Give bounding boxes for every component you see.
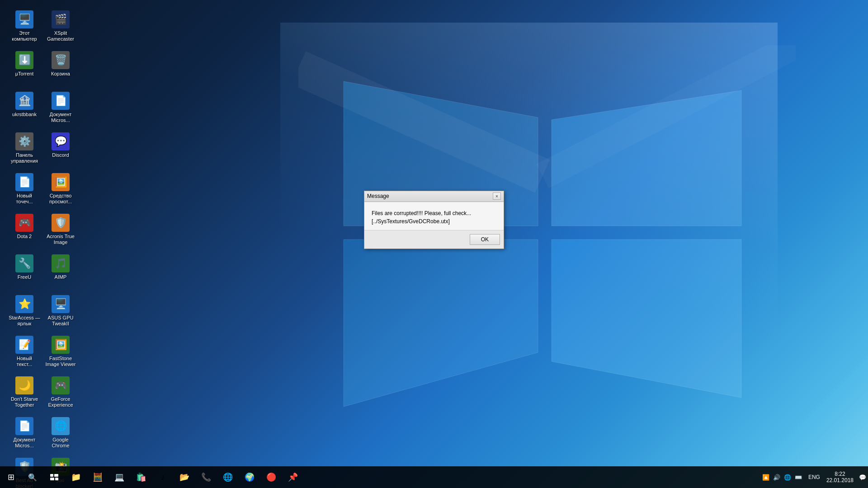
desktop-icon-dota2[interactable]: 🎮Dota 2 xyxy=(7,210,42,251)
taskbar-app-skype[interactable]: 📞 xyxy=(195,466,217,488)
icon-label-xsplit: XSplit Gamecaster xyxy=(45,30,76,42)
icon-img-geforce: 🎮 xyxy=(52,376,70,394)
taskbar-app-calc[interactable]: 🧮 xyxy=(87,466,108,488)
svg-line-5 xyxy=(542,45,796,176)
icon-img-discord: 💬 xyxy=(52,132,70,150)
icon-img-freeu: 🔧 xyxy=(15,254,33,272)
clock-time: 8:22 xyxy=(835,471,845,477)
taskbar-app-code[interactable]: 💻 xyxy=(108,466,130,488)
taskbar-app-edge[interactable]: 🌐 xyxy=(217,466,239,488)
icon-img-dokument-ms: 📄 xyxy=(52,92,70,110)
icon-img-sredstvo-prosmot: 🖼️ xyxy=(52,173,70,191)
dialog-ok-button[interactable]: OK xyxy=(470,234,500,245)
icon-label-google-chrome: Google Chrome xyxy=(45,437,76,449)
icon-label-korzina: Корзина xyxy=(45,71,76,77)
desktop-icon-freeu[interactable]: 🔧FreeU xyxy=(7,251,42,291)
icon-label-utorrent: μTorrent xyxy=(9,71,40,77)
tray-keyboard[interactable]: ⌨️ xyxy=(793,466,804,488)
icon-img-etot-komputer: 🖥️ xyxy=(15,10,33,28)
taskbar-pinned-apps: 📁 🧮 💻 🛍️ ♪ 📂 📞 🌐 🌍 🔴 📌 xyxy=(65,466,759,488)
icon-label-ukrstbbank: ukrstbbank xyxy=(9,112,40,117)
desktop-icon-acronis[interactable]: 🛡️Acronis True Image xyxy=(43,210,78,251)
dialog-title: Message xyxy=(367,193,389,199)
dialog-close-button[interactable]: × xyxy=(493,192,501,200)
desktop-icon-korzina[interactable]: 🗑️Корзина xyxy=(43,47,78,88)
icon-img-noviy-tekst: 📝 xyxy=(15,336,33,354)
desktop-icon-sredstvo-prosmot[interactable]: 🖼️Средство просмот... xyxy=(43,169,78,210)
desktop-icon-dont-starve[interactable]: 🌙Don't Starve Together xyxy=(7,373,42,413)
task-view-button[interactable] xyxy=(43,466,65,488)
notifications-button[interactable]: 💬 xyxy=(857,466,868,488)
icon-label-discord: Discord xyxy=(45,152,76,158)
svg-marker-2 xyxy=(344,239,538,407)
dialog-message: Files are corrupted!!!! Please, full che… xyxy=(372,209,496,225)
taskbar-app-explorer[interactable]: 📁 xyxy=(65,466,87,488)
icon-label-etot-komputer: Этот компьютер xyxy=(9,30,40,42)
desktop-icon-google-chrome[interactable]: 🌐Google Chrome xyxy=(43,413,78,454)
desktop-icon-dokument-ms2[interactable]: 📄Документ Micros... xyxy=(7,413,42,454)
message-dialog: Message × Files are corrupted!!!! Please… xyxy=(364,191,504,249)
taskbar-app-pinned[interactable]: 📌 xyxy=(282,466,304,488)
dialog-body: Files are corrupted!!!! Please, full che… xyxy=(364,202,504,230)
desktop-icon-staraccess[interactable]: ⭐StarAccess — ярлык xyxy=(7,291,42,332)
icon-label-panel-upravleniya: Панель управления xyxy=(9,152,40,164)
desktop-icon-asus-gpu[interactable]: 🖥️ASUS GPU TweakII xyxy=(43,291,78,332)
icon-img-dokument-ms2: 📄 xyxy=(15,417,33,435)
icon-label-dokument-ms2: Документ Micros... xyxy=(9,437,40,449)
svg-rect-8 xyxy=(50,478,54,480)
taskbar-app-chrome[interactable]: 🌍 xyxy=(239,466,260,488)
dialog-footer: OK xyxy=(364,230,504,249)
desktop-icon-utorrent[interactable]: ⬇️μTorrent xyxy=(7,47,42,88)
icon-label-faststone: FastStone Image Viewer xyxy=(45,356,76,367)
icon-img-aimp: 🎵 xyxy=(52,254,70,272)
tray-volume[interactable]: 🔊 xyxy=(771,466,782,488)
desktop-icons-container: 🖥️Этот компьютер🎬XSplit Gamecaster⬇️μTor… xyxy=(5,5,81,488)
icon-img-acronis: 🛡️ xyxy=(52,214,70,232)
desktop-icon-panel-upravleniya[interactable]: ⚙️Панель управления xyxy=(7,129,42,169)
icon-label-noviy-tochek: Новый точеч... xyxy=(9,193,40,205)
desktop-icon-etot-komputer[interactable]: 🖥️Этот компьютер xyxy=(7,7,42,47)
start-button[interactable]: ⊞ xyxy=(0,466,22,488)
icon-label-sredstvo-prosmot: Средство просмот... xyxy=(45,193,76,205)
taskbar-app-opera[interactable]: 🔴 xyxy=(260,466,282,488)
desktop-icon-geforce[interactable]: 🎮GeForce Experience xyxy=(43,373,78,413)
icon-label-acronis: Acronis True Image xyxy=(45,234,76,245)
desktop-icon-aimp[interactable]: 🎵AIMP xyxy=(43,251,78,291)
language-indicator[interactable]: ENG xyxy=(806,466,823,488)
taskbar: ⊞ 🔍 📁 🧮 💻 🛍️ ♪ 📂 📞 🌐 🌍 🔴 📌 🔼 🔊 xyxy=(0,466,868,488)
desktop-icon-discord[interactable]: 💬Discord xyxy=(43,129,78,169)
icon-label-asus-gpu: ASUS GPU TweakII xyxy=(45,315,76,327)
system-tray: 🔼 🔊 🌐 ⌨️ xyxy=(759,466,806,488)
icon-label-dota2: Dota 2 xyxy=(9,234,40,239)
svg-line-4 xyxy=(298,68,542,176)
icon-img-utorrent: ⬇️ xyxy=(15,51,33,69)
search-button[interactable]: 🔍 xyxy=(22,466,43,488)
tray-chevron[interactable]: 🔼 xyxy=(760,466,771,488)
desktop-icon-ukrstbbank[interactable]: 🏦ukrstbbank xyxy=(7,88,42,129)
svg-marker-3 xyxy=(552,239,741,398)
icon-label-staraccess: StarAccess — ярлык xyxy=(9,315,40,327)
clock[interactable]: 8:22 22.01.2018 xyxy=(823,466,857,488)
svg-rect-7 xyxy=(54,474,58,477)
dialog-titlebar: Message × xyxy=(364,191,504,202)
tray-network[interactable]: 🌐 xyxy=(782,466,793,488)
icon-img-korzina: 🗑️ xyxy=(52,51,70,69)
desktop-icon-noviy-tekst[interactable]: 📝Новый текст... xyxy=(7,332,42,373)
icon-label-freeu: FreeU xyxy=(9,274,40,280)
taskbar-app-winamp[interactable]: ♪ xyxy=(152,466,174,488)
svg-marker-1 xyxy=(552,90,741,226)
dialog-overlay: Message × Files are corrupted!!!! Please… xyxy=(0,0,868,466)
desktop-icon-faststone[interactable]: 🖼️FastStone Image Viewer xyxy=(43,332,78,373)
icon-label-dont-starve: Don't Starve Together xyxy=(9,396,40,408)
icon-img-staraccess: ⭐ xyxy=(15,295,33,313)
icon-img-faststone: 🖼️ xyxy=(52,336,70,354)
desktop-icon-xsplit[interactable]: 🎬XSplit Gamecaster xyxy=(43,7,78,47)
desktop-icon-dokument-ms[interactable]: 📄Документ Micros... xyxy=(43,88,78,129)
desktop-icon-noviy-tochek[interactable]: 📄Новый точеч... xyxy=(7,169,42,210)
icon-label-geforce: GeForce Experience xyxy=(45,396,76,408)
icon-img-dont-starve: 🌙 xyxy=(15,376,33,394)
taskbar-app-files[interactable]: 📂 xyxy=(174,466,195,488)
icon-img-panel-upravleniya: ⚙️ xyxy=(15,132,33,150)
taskbar-app-store[interactable]: 🛍️ xyxy=(130,466,152,488)
svg-rect-9 xyxy=(55,478,58,480)
